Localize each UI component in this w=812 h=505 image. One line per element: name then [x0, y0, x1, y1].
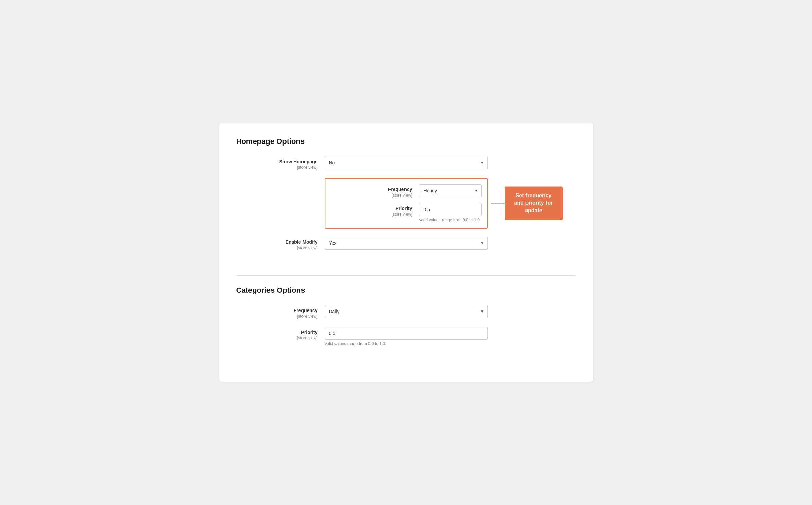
- frequency-label-group: Frequency [store view]: [331, 184, 419, 198]
- priority-row: Priority [store view] Valid values range…: [331, 203, 482, 222]
- spacer-label: [236, 178, 325, 181]
- categories-frequency-row: Frequency [store view] Always Hourly Dai…: [236, 305, 576, 319]
- categories-priority-input[interactable]: [325, 327, 488, 340]
- homepage-section-title: Homepage Options: [236, 137, 576, 146]
- show-homepage-control: No Yes ▼: [325, 156, 488, 169]
- priority-hint: Valid values range from 0.0 to 1.0.: [419, 218, 482, 222]
- enable-modify-label: Enable Modify: [236, 239, 318, 245]
- callout-line: [491, 203, 505, 203]
- priority-label-group: Priority [store view]: [331, 203, 419, 217]
- frequency-control: Always Hourly Daily Weekly Monthly Yearl…: [419, 184, 482, 197]
- enable-modify-sublabel: [store view]: [236, 246, 318, 250]
- priority-label: Priority: [331, 206, 412, 211]
- categories-section: Categories Options Frequency [store view…: [236, 286, 576, 365]
- categories-priority-row: Priority [store view] Valid values range…: [236, 327, 576, 346]
- homepage-priority-input[interactable]: [419, 203, 482, 216]
- frequency-row: Frequency [store view] Always Hourly Dai…: [331, 184, 482, 198]
- enable-modify-select-wrapper: Yes No ▼: [325, 237, 488, 250]
- categories-section-title: Categories Options: [236, 286, 576, 295]
- show-homepage-row: Show Homepage [store view] No Yes ▼: [236, 156, 576, 170]
- highlighted-control-group: Frequency [store view] Always Hourly Dai…: [325, 178, 488, 229]
- categories-frequency-label: Frequency: [236, 308, 318, 313]
- show-homepage-select-wrapper: No Yes ▼: [325, 156, 488, 169]
- priority-sublabel: [store view]: [331, 212, 412, 217]
- enable-modify-label-group: Enable Modify [store view]: [236, 237, 325, 250]
- page-wrapper: Homepage Options Show Homepage [store vi…: [219, 123, 593, 382]
- enable-modify-row: Enable Modify [store view] Yes No ▼: [236, 237, 576, 250]
- categories-priority-label: Priority: [236, 330, 318, 335]
- categories-priority-sublabel: [store view]: [236, 336, 318, 340]
- categories-frequency-select-wrapper: Always Hourly Daily Weekly Monthly Yearl…: [325, 305, 488, 318]
- show-homepage-select[interactable]: No Yes: [325, 156, 488, 169]
- categories-priority-label-group: Priority [store view]: [236, 327, 325, 340]
- priority-control: Valid values range from 0.0 to 1.0.: [419, 203, 482, 222]
- frequency-label: Frequency: [331, 187, 412, 192]
- show-homepage-label-group: Show Homepage [store view]: [236, 156, 325, 170]
- callout-wrapper: Set frequency and priority for update: [491, 186, 563, 220]
- enable-modify-select[interactable]: Yes No: [325, 237, 488, 250]
- frequency-sublabel: [store view]: [331, 193, 412, 198]
- homepage-section: Homepage Options Show Homepage [store vi…: [236, 137, 576, 269]
- categories-frequency-label-group: Frequency [store view]: [236, 305, 325, 319]
- categories-frequency-select[interactable]: Always Hourly Daily Weekly Monthly Yearl…: [325, 305, 488, 318]
- categories-priority-hint: Valid values range from 0.0 to 1.0.: [325, 341, 488, 346]
- show-homepage-label: Show Homepage: [236, 159, 318, 164]
- frequency-select-wrapper: Always Hourly Daily Weekly Monthly Yearl…: [419, 184, 482, 197]
- callout-box: Set frequency and priority for update: [505, 186, 563, 220]
- section-divider: [236, 275, 576, 276]
- categories-frequency-sublabel: [store view]: [236, 314, 318, 319]
- enable-modify-control: Yes No ▼: [325, 237, 488, 250]
- categories-frequency-control: Always Hourly Daily Weekly Monthly Yearl…: [325, 305, 488, 318]
- categories-priority-control: Valid values range from 0.0 to 1.0.: [325, 327, 488, 346]
- settings-card: Homepage Options Show Homepage [store vi…: [219, 123, 593, 382]
- homepage-frequency-select[interactable]: Always Hourly Daily Weekly Monthly Yearl…: [419, 184, 482, 197]
- frequency-priority-highlight: Frequency [store view] Always Hourly Dai…: [325, 178, 488, 229]
- highlighted-section-row: Frequency [store view] Always Hourly Dai…: [236, 178, 576, 229]
- show-homepage-sublabel: [store view]: [236, 165, 318, 170]
